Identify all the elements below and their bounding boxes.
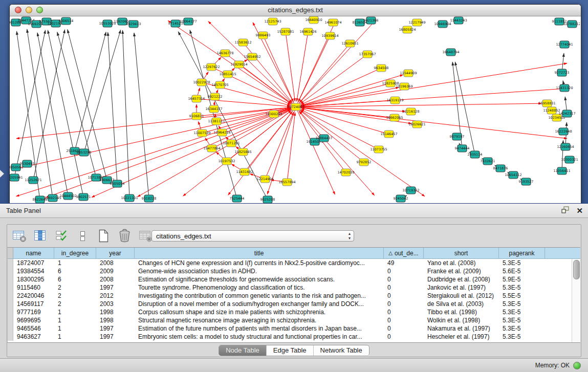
graph-node[interactable]: 12217949 [408, 19, 425, 26]
cell-pagerank[interactable]: 5.6E-5 [499, 267, 545, 275]
graph-node[interactable]: 10197532 [218, 158, 235, 165]
citation-edge[interactable] [296, 107, 425, 196]
table-row[interactable]: 969969511998Structural magnetic resonanc… [8, 316, 580, 324]
table-row[interactable]: 2242004622012Investigating the contribut… [8, 292, 580, 300]
delete-columns-icon[interactable] [116, 228, 133, 244]
cell-out_de[interactable]: 0 [384, 324, 424, 333]
graph-node[interactable]: 15477864 [203, 145, 220, 152]
cell-name[interactable]: 18300295 [13, 275, 54, 283]
citation-edge[interactable] [33, 30, 65, 180]
table-select-dropdown[interactable]: citations_edges.txt ▴▾ [151, 230, 354, 242]
tab-node-table[interactable]: Node Table [219, 345, 266, 356]
cell-in_degree[interactable]: 6 [54, 275, 96, 283]
cell-short[interactable]: Franke et al. (2009) [424, 267, 499, 275]
citation-edge[interactable] [455, 62, 475, 155]
graph-node[interactable]: 11583612 [234, 39, 251, 46]
citation-edge[interactable] [57, 32, 96, 178]
cell-pagerank[interactable]: 5.5E-5 [499, 292, 545, 300]
cell-title[interactable]: Estimation of significance thresholds fo… [135, 275, 384, 283]
table-row[interactable]: 911546021997Tourette syndrome. Phenomeno… [8, 283, 580, 292]
zoom-window-button[interactable] [36, 7, 43, 13]
column-header-title[interactable]: title [135, 248, 384, 258]
cell-short[interactable]: de Silva et al. (2003) [424, 300, 499, 308]
cell-year[interactable]: 2003 [96, 300, 135, 308]
graph-node[interactable]: 16648794 [442, 49, 459, 56]
create-column-icon[interactable] [95, 228, 112, 244]
cell-name[interactable]: 19384554 [13, 267, 54, 275]
cell-title[interactable]: Changes of HCN gene expression and I(f) … [135, 259, 384, 267]
cell-name[interactable]: 9115460 [13, 283, 54, 292]
cell-out_de[interactable]: 0 [384, 275, 424, 283]
cell-in_degree[interactable]: 1 [54, 316, 96, 324]
graph-node[interactable]: 11431692 [236, 168, 253, 176]
table-vertical-scrollbar[interactable] [572, 259, 580, 342]
cell-title[interactable]: Investigating the contribution of common… [135, 292, 384, 300]
graph-node[interactable]: 9318228 [142, 195, 157, 202]
table-row[interactable]: 977716911998Corpus callosum shape and si… [8, 308, 580, 316]
citation-edge[interactable] [263, 35, 293, 102]
cell-short[interactable]: Jankovic et al. (1997) [424, 283, 499, 292]
cell-title[interactable]: Structural magnetic resonance image aver… [135, 316, 384, 324]
row-height-icon[interactable] [74, 228, 91, 244]
citation-edge[interactable] [296, 89, 567, 107]
float-window-icon[interactable] [561, 206, 570, 215]
cell-out_de[interactable]: 0 [384, 283, 424, 292]
cell-pagerank[interactable]: 5.9E-5 [499, 275, 545, 283]
cell-year[interactable]: 2012 [96, 292, 135, 300]
network-window-titlebar[interactable]: citations_edges.txt [10, 5, 581, 16]
graph-node[interactable]: 10557894 [278, 179, 295, 186]
close-window-button[interactable] [15, 7, 21, 13]
graph-node[interactable]: 12125743 [264, 18, 281, 25]
citation-edge[interactable] [108, 32, 117, 184]
citation-edge[interactable] [287, 113, 295, 182]
cell-short[interactable]: Stergiakouli et al. (2012) [424, 292, 499, 300]
cell-pagerank[interactable]: 5.3E-5 [499, 283, 545, 292]
cell-year[interactable]: 1998 [96, 316, 135, 324]
column-header-short[interactable]: short [424, 248, 499, 258]
cell-in_degree[interactable]: 1 [54, 324, 96, 333]
citation-edge[interactable] [16, 107, 296, 196]
cell-year[interactable]: 1997 [96, 333, 135, 341]
cell-pagerank[interactable]: 5.3E-5 [499, 333, 545, 341]
graph-node[interactable]: 12610651 [341, 40, 358, 47]
citation-edge[interactable] [84, 30, 121, 153]
cell-title[interactable]: Tourette syndrome. Phenomenology and cla… [135, 283, 384, 292]
graph-node[interactable]: 10022978 [193, 79, 210, 86]
graph-node[interactable]: 16457316 [188, 95, 205, 102]
citation-edge[interactable] [75, 32, 106, 151]
cell-short[interactable]: Yano et al. (2008) [424, 259, 499, 267]
cell-short[interactable]: Dudbridge et al. (2008) [424, 275, 499, 283]
cell-pagerank[interactable]: 5.3E-5 [499, 300, 545, 308]
graph-node[interactable]: 11248852 [543, 107, 560, 114]
graph-node[interactable]: 16222648 [555, 128, 572, 135]
graph-node[interactable]: 15825845 [234, 148, 251, 156]
graph-node[interactable]: 16344177 [205, 105, 222, 113]
cell-out_de[interactable]: 0 [384, 300, 424, 308]
graph-node[interactable]: 10939614 [321, 32, 338, 39]
scrollbar-thumb[interactable] [573, 260, 580, 279]
cell-year[interactable]: 2009 [96, 267, 135, 275]
column-header-name[interactable]: name [13, 248, 54, 258]
graph-node[interactable]: 10205941 [10, 174, 23, 181]
graph-node[interactable]: 10654112 [505, 171, 521, 179]
table-row[interactable]: 946362711997Embryonic stem cells: a mode… [8, 333, 580, 341]
citation-network-graph[interactable]: 10557894 12214906 11431692 10197532 1547… [10, 16, 580, 203]
tab-network-table[interactable]: Network Table [313, 345, 369, 356]
cell-in_degree[interactable]: 6 [54, 267, 96, 275]
cell-title[interactable]: Genome-wide association studies in ADHD. [135, 267, 384, 275]
column-header-pagerank[interactable]: pagerank [499, 248, 545, 258]
graph-node[interactable]: 11056411 [553, 167, 570, 174]
table-row[interactable]: 1456911722003Disruption of a novel membe… [8, 300, 580, 308]
table-panel-titlebar[interactable]: Table Panel ✕ [0, 204, 588, 218]
select-all-rows-icon[interactable] [53, 228, 70, 244]
graph-node[interactable]: 14961074 [324, 19, 341, 26]
graph-node[interactable]: 15654952 [244, 53, 260, 60]
graph-node[interactable]: 7525444 [230, 195, 245, 202]
citation-edge[interactable] [37, 33, 68, 196]
table-mode-icon[interactable] [11, 228, 28, 244]
graph-node[interactable]: 9879197 [450, 133, 465, 140]
cell-in_degree[interactable]: 1 [54, 259, 96, 267]
cell-out_de[interactable]: 0 [384, 308, 424, 316]
close-icon[interactable]: ✕ [576, 207, 583, 214]
cell-year[interactable]: 1997 [96, 324, 135, 333]
